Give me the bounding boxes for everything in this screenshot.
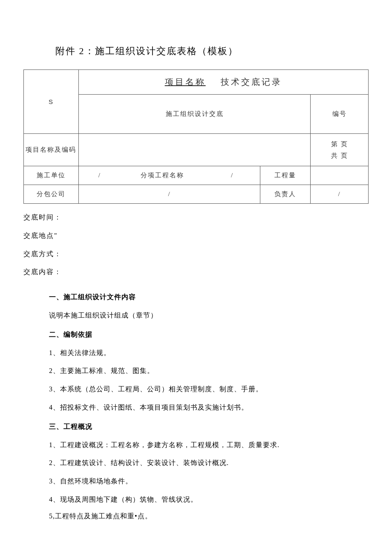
construction-unit-label: 施工单位 xyxy=(24,166,79,185)
page-current-label: 第 页 xyxy=(311,140,367,148)
section-paragraph: 2、工程建筑设计、结构设计、安装设计、装饰设计概况. xyxy=(49,457,369,469)
section-paragraph: 2、主要施工标准、规范、图集。 xyxy=(49,365,369,377)
construction-unit-slash1: / xyxy=(78,166,120,185)
after-note: 5,工程特点及施工难点和重•点。 xyxy=(23,512,369,521)
section-heading: 二、编制依据 xyxy=(49,329,369,341)
page-total-label: 共 页 xyxy=(311,152,367,160)
record-label: 技术交底记录 xyxy=(221,77,282,87)
section-paragraph: 1、相关法律法规。 xyxy=(49,347,369,359)
subcontractor-label: 分包公司 xyxy=(24,185,79,204)
section-paragraph: 4、招投标文件、设计图纸、本项目项目策划书及实施计划书。 xyxy=(49,402,369,414)
disclosure-time: 交底时间： xyxy=(23,210,369,225)
quantity-label: 工程量 xyxy=(260,166,311,185)
subcontractor-value: / xyxy=(78,185,260,204)
section-paragraph: 4、现场及周围地下建（构）筑物、管线状况。 xyxy=(49,494,369,506)
logo-icon: S xyxy=(24,70,79,134)
quantity-value xyxy=(311,166,369,185)
section-paragraph: 3、自然环境和场地条件。 xyxy=(49,475,369,488)
owner-label: 负责人 xyxy=(260,185,311,204)
project-name-label: 项目名称 xyxy=(165,77,206,87)
section-paragraph: 说明本施工组织设计组成（章节） xyxy=(49,309,369,322)
project-code-value xyxy=(78,134,310,166)
subproject-label: 分项工程名称 xyxy=(121,166,205,185)
section-paragraph: 3、本系统（总公司、工程局、公司）相关管理制度、制度、手册。 xyxy=(49,383,369,396)
disclosure-mode: 交底方式： xyxy=(23,246,369,262)
construction-unit-slash2: / xyxy=(205,166,260,185)
content-lines: 交底时间： 交底地点" 交底方式： 交底内容： xyxy=(23,210,369,280)
serial-label: 编号 xyxy=(311,95,369,134)
form-table: S 项目名称 技术交底记录 施工组织设计交底 编号 项目名称及编码 第 页 共 … xyxy=(23,69,369,204)
page-info: 第 页 共 页 xyxy=(311,134,369,166)
header-cell: 项目名称 技术交底记录 xyxy=(78,70,368,95)
disclosure-place: 交底地点" xyxy=(23,228,369,244)
section-heading: 一、施工组织设计文件内容 xyxy=(49,291,369,304)
subtitle-cell: 施工组织设计交底 xyxy=(78,95,310,134)
owner-value: / xyxy=(311,185,369,204)
project-code-label: 项目名称及编码 xyxy=(24,134,79,166)
document-title: 附件 2：施工组织设计交底表格（模板） xyxy=(55,45,369,58)
section-paragraph: 1、工程建设概况：工程名称，参建方名称，工程规模，工期、质量要求. xyxy=(49,439,369,451)
disclosure-body: 交底内容： xyxy=(23,264,369,280)
section-heading: 三、工程概况 xyxy=(49,421,369,433)
body-section: 一、施工组织设计文件内容说明本施工组织设计组成（章节）二、编制依据1、相关法律法… xyxy=(23,291,369,506)
